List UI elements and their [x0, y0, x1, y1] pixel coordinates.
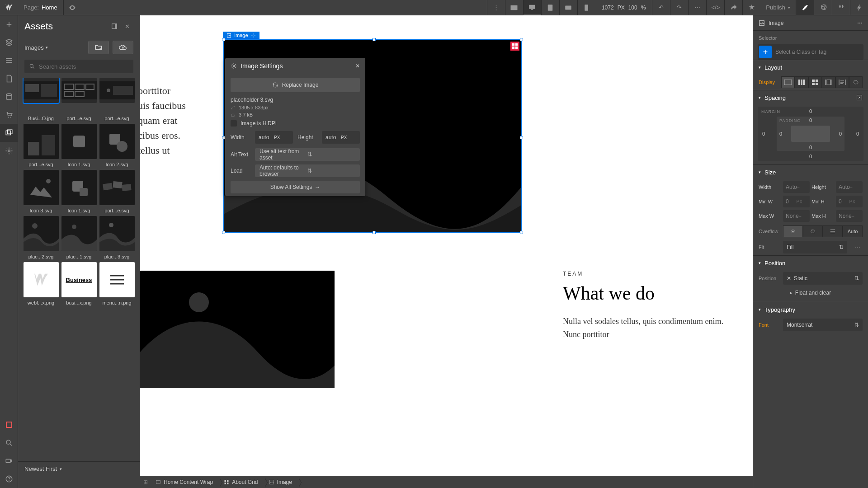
width-input[interactable]: autoPX	[255, 131, 293, 144]
asset-item[interactable]: Icon 3.svg	[24, 170, 59, 213]
breadcrumb-item[interactable]: About Grid	[219, 476, 264, 488]
display-flex[interactable]	[795, 76, 808, 88]
breakpoint-tablet[interactable]	[541, 0, 559, 15]
redo-icon[interactable]: ↷	[670, 0, 688, 15]
min-height-input[interactable]: 0PX	[836, 196, 863, 207]
asset-item[interactable]: port...e.svg	[61, 78, 97, 121]
typography-section-toggle[interactable]: ▾Typography	[753, 302, 868, 317]
style-tab[interactable]	[796, 0, 814, 15]
asset-item[interactable]: Busi...O.jpg	[24, 78, 59, 121]
breakpoint-xl[interactable]	[505, 0, 523, 15]
dock-icon[interactable]	[108, 20, 121, 33]
display-inline[interactable]	[835, 76, 849, 88]
sort-dropdown[interactable]: Newest First ▾	[24, 465, 62, 472]
layout-section-toggle[interactable]: ▾Layout	[753, 60, 868, 75]
asset-item[interactable]: Icon 1.svg	[61, 170, 97, 213]
cms-icon[interactable]	[0, 88, 18, 106]
breakpoint-mobile[interactable]	[577, 0, 595, 15]
pages-icon[interactable]	[0, 70, 18, 88]
width-input[interactable]: Auto–	[783, 181, 810, 193]
font-dropdown[interactable]: Montserrat⇅	[783, 319, 863, 331]
stop-icon[interactable]	[0, 416, 18, 434]
load-dropdown[interactable]: Auto: defaults to browser⇅	[255, 164, 360, 177]
effects-tab[interactable]	[850, 0, 868, 15]
navigator-icon[interactable]	[0, 52, 18, 70]
spacing-editor[interactable]: MARGIN 0 0 0 0 PADDING 0 0 0 0	[758, 107, 863, 161]
help-icon[interactable]	[0, 470, 18, 488]
display-inline-block[interactable]	[822, 76, 835, 88]
team-paragraph[interactable]: Nulla vel sodales tellus, quis condiment…	[563, 315, 735, 341]
overflow-auto[interactable]: Auto	[843, 225, 863, 237]
class-selector[interactable]: + Select a Class or Tag	[758, 44, 863, 60]
gear-icon[interactable]	[251, 33, 256, 38]
display-block[interactable]	[781, 76, 795, 88]
overflow-hidden[interactable]	[803, 225, 823, 237]
overflow-scroll[interactable]	[823, 225, 843, 237]
asset-search[interactable]	[24, 60, 133, 73]
breadcrumb-item[interactable]: Image	[264, 476, 298, 488]
close-icon[interactable]: ✕	[121, 20, 133, 33]
publish-button[interactable]: Publish ▾	[760, 0, 796, 15]
upload-button[interactable]	[113, 41, 133, 54]
size-section-toggle[interactable]: ▾Size	[753, 165, 868, 179]
breadcrumb-item[interactable]: Home Content Wrap	[151, 476, 219, 488]
close-icon[interactable]: ✕	[355, 63, 360, 69]
max-width-input[interactable]: None–	[783, 210, 810, 222]
add-class-button[interactable]: +	[759, 46, 772, 58]
min-width-input[interactable]: 0PX	[783, 196, 810, 207]
more-icon[interactable]: ⋯	[853, 244, 863, 250]
symbols-icon[interactable]	[0, 33, 18, 52]
asset-item[interactable]: port...e.svg	[24, 124, 59, 167]
fit-dropdown[interactable]: Fill⇅	[783, 241, 847, 253]
team-eyebrow[interactable]: TEAM	[563, 271, 735, 277]
project-settings-icon[interactable]	[0, 142, 18, 160]
asset-item[interactable]: plac...2.svg	[24, 216, 59, 259]
team-heading[interactable]: What we do	[563, 282, 735, 304]
breakpoint-landscape[interactable]	[559, 0, 577, 15]
show-all-settings-button[interactable]: Show All Settings →	[231, 181, 360, 193]
replace-image-button[interactable]: Replace Image	[231, 78, 360, 92]
display-grid[interactable]	[808, 76, 822, 88]
video-icon[interactable]	[0, 452, 18, 470]
asset-item[interactable]: plac...1.svg	[61, 216, 97, 259]
spacing-section-toggle[interactable]: ▾Spacing	[753, 90, 868, 105]
undo-icon[interactable]: ↶	[652, 0, 670, 15]
share-icon[interactable]	[724, 0, 742, 15]
comments-icon[interactable]: ⋯	[688, 0, 706, 15]
asset-item[interactable]: menu...n.png	[99, 262, 135, 305]
float-clear-toggle[interactable]: ▸Float and clear	[759, 286, 863, 299]
asset-item[interactable]: webf...x.png	[24, 262, 59, 305]
ecommerce-icon[interactable]	[0, 106, 18, 124]
settings-tab[interactable]	[814, 0, 832, 15]
audit-icon[interactable]	[742, 0, 760, 15]
display-none[interactable]	[849, 76, 863, 88]
alt-text-dropdown[interactable]: Use alt text from asset⇅	[255, 148, 360, 161]
preview-icon[interactable]	[63, 0, 81, 15]
canvas-secondary-image[interactable]	[140, 271, 335, 388]
menu-icon[interactable]: ⋮	[487, 0, 505, 15]
height-input[interactable]: Auto–	[836, 181, 863, 193]
more-icon[interactable]: ⋯	[857, 20, 863, 26]
height-input[interactable]: autoPX	[322, 131, 360, 144]
asset-item[interactable]: Icon 2.svg	[99, 124, 135, 167]
position-section-toggle[interactable]: ▾Position	[753, 256, 868, 270]
page-selector[interactable]: Page: Home	[18, 0, 63, 15]
asset-item[interactable]: Businessbusi...x.png	[61, 262, 97, 305]
asset-item[interactable]: plac...3.svg	[99, 216, 135, 259]
hidpi-checkbox[interactable]	[231, 120, 237, 127]
grid-icon[interactable]: ⊞	[140, 479, 151, 485]
add-element-icon[interactable]	[0, 15, 18, 33]
asset-item[interactable]: port...e.svg	[99, 78, 135, 121]
asset-item[interactable]: Icon 1.svg	[61, 124, 97, 167]
max-height-input[interactable]: None–	[836, 210, 863, 222]
new-folder-button[interactable]	[88, 41, 109, 54]
search-icon[interactable]	[0, 434, 18, 452]
overflow-visible[interactable]	[783, 225, 803, 237]
webflow-logo[interactable]	[0, 0, 18, 15]
asset-item[interactable]: port...e.svg	[99, 170, 135, 213]
asset-search-input[interactable]	[39, 63, 129, 70]
element-badge[interactable]: Image	[223, 32, 259, 39]
code-icon[interactable]: </>	[706, 0, 724, 15]
expand-icon[interactable]	[856, 94, 863, 101]
assets-icon[interactable]	[0, 124, 18, 142]
